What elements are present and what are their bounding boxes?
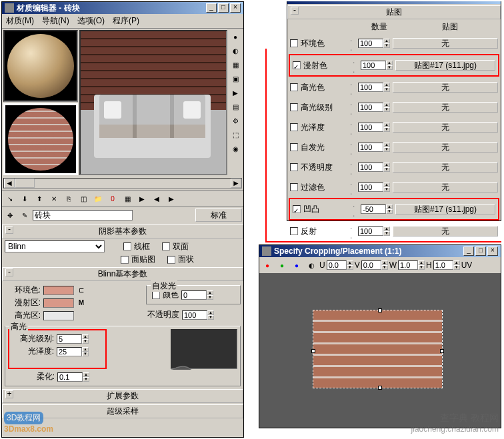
two-sided-checkbox[interactable] [162, 242, 170, 250]
self-illum-spinner[interactable]: ▲▼ [181, 290, 213, 300]
ext-params-header[interactable]: +扩展参数 [2, 389, 243, 403]
crop-close-button[interactable]: × [487, 246, 498, 256]
diffuse-map-button[interactable]: M [77, 298, 86, 308]
show-end-result-icon[interactable]: ▶ [135, 192, 149, 205]
map-amount-spinner[interactable]: ▲▼ [361, 61, 393, 70]
go-parent-icon[interactable]: ◀ [150, 192, 163, 205]
crop-maximize-button[interactable]: □ [475, 246, 486, 256]
material-name-input[interactable] [33, 210, 133, 220]
go-forward-icon[interactable]: ▶ [165, 192, 178, 205]
color-checkbox[interactable] [152, 291, 160, 299]
material-slot-1[interactable] [3, 30, 78, 102]
put-to-scene-icon[interactable]: ⬇ [18, 192, 31, 205]
make-copy-icon[interactable]: ⎘ [62, 192, 75, 205]
specular-swatch[interactable] [43, 311, 74, 320]
blinn-panel-header[interactable]: -Blinn基本参数 [2, 267, 243, 281]
map-slot-button[interactable]: 无 [393, 162, 498, 173]
preview-render[interactable] [79, 30, 227, 175]
crop-canvas[interactable] [259, 273, 501, 428]
menu-program[interactable]: 程序(P) [113, 15, 139, 27]
minimize-button[interactable]: _ [206, 3, 217, 13]
material-id-icon[interactable]: 0 [106, 192, 119, 205]
opacity-map-button[interactable] [217, 310, 226, 320]
map-amount-spinner[interactable]: ▲▼ [358, 183, 390, 192]
make-unique-icon[interactable]: ◫ [77, 192, 90, 205]
wireframe-checkbox[interactable] [123, 242, 131, 250]
green-icon[interactable]: ● [275, 258, 289, 272]
sample-type-icon[interactable]: ● [229, 30, 242, 43]
map-amount-spinner[interactable]: ▲▼ [358, 123, 390, 132]
w-spinner[interactable]: ▲▼ [398, 260, 425, 270]
maps-panel-header[interactable]: -贴图 [287, 5, 501, 19]
glossiness-map-button[interactable] [91, 347, 101, 356]
specular-map-button[interactable] [77, 311, 86, 320]
map-enable-checkbox[interactable] [293, 61, 301, 69]
map-enable-checkbox[interactable] [293, 205, 301, 213]
maximize-button[interactable]: □ [218, 3, 229, 13]
spec-level-spinner[interactable]: ▲▼ [57, 334, 89, 344]
menu-material[interactable]: 材质(M) [6, 15, 34, 27]
video-check-icon[interactable]: ▶ [229, 86, 242, 99]
map-slot-button[interactable]: 无 [393, 102, 498, 113]
blue-icon[interactable]: ● [290, 258, 303, 272]
close-button[interactable]: × [230, 3, 241, 13]
put-to-library-icon[interactable]: 📁 [91, 192, 105, 205]
ambient-lock-icon[interactable]: ⊏ [77, 286, 86, 295]
shader-panel-header[interactable]: -阴影基本参数 [2, 224, 243, 238]
map-slot-button[interactable]: 无 [393, 182, 498, 193]
shader-dropdown[interactable]: Blinn [5, 240, 105, 252]
reset-icon[interactable]: ✕ [47, 192, 61, 205]
backlight-icon[interactable]: ◐ [229, 44, 242, 57]
map-amount-spinner[interactable]: ▲▼ [361, 205, 393, 214]
map-amount-spinner[interactable]: ▲▼ [358, 83, 390, 92]
menu-options[interactable]: 选项(O) [77, 15, 105, 27]
rgb-icon[interactable]: ● [261, 258, 274, 272]
h-spinner[interactable]: ▲▼ [433, 260, 460, 270]
map-amount-spinner[interactable]: ▲▼ [358, 39, 390, 48]
map-name-label: 自发光 [301, 142, 347, 153]
assign-icon[interactable]: ⬆ [33, 192, 46, 205]
map-slot-button[interactable]: 无 [393, 142, 498, 153]
self-illum-map-button[interactable] [216, 290, 225, 300]
crop-minimize-button[interactable]: _ [463, 246, 474, 256]
map-slot-button[interactable]: 无 [393, 82, 498, 93]
background-icon[interactable]: ▦ [229, 58, 242, 71]
u-spinner[interactable]: ▲▼ [327, 260, 353, 270]
menu-nav[interactable]: 导航(N) [42, 15, 69, 27]
select-by-mat-icon[interactable]: ⬚ [229, 128, 242, 141]
soften-spinner[interactable]: ▲▼ [57, 372, 89, 382]
map-slot-button[interactable]: 无 [393, 122, 498, 133]
slot-scrollbar[interactable]: ◄► [3, 178, 242, 189]
show-in-viewport-icon[interactable]: ▦ [121, 192, 134, 205]
map-slot-button[interactable]: 贴图#17 (s11.jpg) [395, 60, 495, 71]
sample-uv-icon[interactable]: ▣ [229, 72, 242, 85]
map-slot-button[interactable]: 无 [393, 38, 498, 49]
material-type-button[interactable]: 标准 [195, 209, 242, 222]
glossiness-spinner[interactable]: ▲▼ [57, 347, 89, 356]
map-amount-spinner[interactable]: ▲▼ [358, 143, 390, 152]
map-slot-button[interactable]: 贴图#17 (s11.jpg) [395, 204, 495, 215]
mat-effects-icon[interactable]: ◉ [229, 142, 242, 155]
v-spinner[interactable]: ▲▼ [361, 260, 388, 270]
material-slot-2[interactable] [3, 103, 78, 175]
opacity-spinner[interactable]: ▲▼ [182, 310, 214, 320]
map-amount-spinner[interactable]: ▲▼ [358, 226, 390, 236]
u-label: U [319, 260, 325, 270]
map-amount-spinner[interactable]: ▲▼ [358, 103, 390, 112]
menu-bar: 材质(M) 导航(N) 选项(O) 程序(P) [2, 14, 243, 29]
diffuse-swatch[interactable] [43, 298, 74, 308]
dropper-icon[interactable]: ✎ [18, 209, 31, 222]
get-material-icon[interactable]: ↘ [3, 192, 17, 205]
v-label: V [355, 260, 360, 270]
alpha-icon[interactable]: ◐ [305, 258, 318, 272]
facemap-checkbox[interactable] [121, 256, 129, 264]
map-amount-spinner[interactable]: ▲▼ [358, 163, 390, 172]
map-slot-button[interactable]: 无 [393, 226, 498, 236]
make-preview-icon[interactable]: ▤ [229, 100, 242, 113]
ambient-swatch[interactable] [43, 286, 74, 295]
map-enable-checkbox[interactable] [290, 39, 298, 47]
spec-level-map-button[interactable] [91, 334, 101, 344]
faceted-checkbox[interactable] [167, 256, 175, 264]
options-icon[interactable]: ⚙ [229, 114, 242, 127]
pick-icon[interactable]: ✥ [3, 209, 17, 222]
